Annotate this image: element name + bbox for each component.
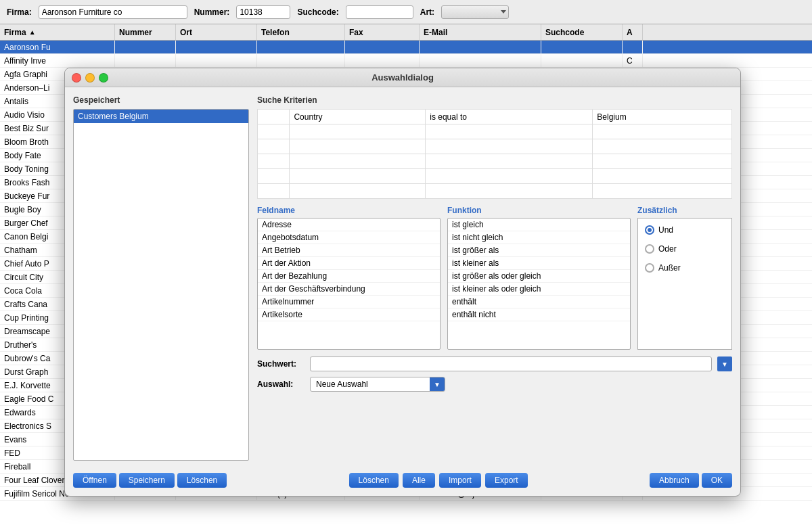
criteria-table: Countryis equal toBelgium	[257, 109, 732, 199]
criteria-cell-col1[interactable]	[258, 124, 290, 139]
export-button[interactable]: Export	[485, 473, 528, 488]
oeffnen-button[interactable]: Öffnen	[73, 473, 116, 488]
feldname-list-item[interactable]: Art der Bezahlung	[258, 270, 440, 283]
speichern-button[interactable]: Speichern	[119, 473, 175, 488]
funktion-list-item[interactable]: ist gleich	[448, 218, 630, 231]
criteria-row	[258, 169, 732, 184]
left-panel: Gespeichert Customers Belgium	[73, 95, 249, 461]
loeschen-left-button[interactable]: Löschen	[177, 473, 227, 488]
criteria-cell-col4[interactable]	[593, 124, 732, 139]
funktion-list-item[interactable]: ist kleiner als oder gleich	[448, 283, 630, 296]
loeschen-mid-button[interactable]: Löschen	[349, 473, 399, 488]
td-a: C	[623, 54, 643, 67]
alle-button[interactable]: Alle	[403, 473, 435, 488]
sort-arrow-firma: ▲	[29, 28, 36, 36]
criteria-row	[258, 124, 732, 139]
criteria-cell-col1[interactable]	[258, 169, 290, 184]
ok-button[interactable]: OK	[702, 473, 732, 488]
auswahl-select-btn[interactable]: ▼	[430, 377, 445, 392]
criteria-cell-col1[interactable]	[258, 139, 290, 154]
feldname-list-item[interactable]: Art Betrieb	[258, 244, 440, 257]
toolbar: Firma: Nummer: Suchcode: Art:	[0, 0, 812, 24]
feldname-list-item[interactable]: Art der Geschäftsverbindung	[258, 283, 440, 296]
th-nummer[interactable]: Nummer	[115, 24, 176, 40]
td-email	[420, 54, 541, 67]
nummer-input[interactable]	[236, 5, 290, 19]
suchwert-input[interactable]	[310, 356, 712, 371]
criteria-cell-col3[interactable]	[426, 124, 593, 139]
funktion-list-item[interactable]: ist größer als oder gleich	[448, 270, 630, 283]
td-firma: Aaronson Fu	[0, 41, 115, 53]
radio-ausser[interactable]	[645, 263, 654, 273]
criteria-cell-col2[interactable]	[290, 124, 426, 139]
radio-und-label: Und	[658, 225, 673, 235]
criteria-cell-col2[interactable]	[290, 184, 426, 199]
maximize-button[interactable]	[99, 73, 108, 83]
funktion-list-item[interactable]: ist kleiner als	[448, 257, 630, 270]
feldname-list-item[interactable]: Angebotsdatum	[258, 231, 440, 244]
th-ort[interactable]: Ort	[176, 24, 257, 40]
td-nummer	[115, 41, 176, 53]
criteria-cell-col3[interactable]	[426, 154, 593, 169]
auswahl-select-text: Neue Auswahl	[311, 380, 430, 389]
criteria-cell-col2[interactable]	[290, 154, 426, 169]
feldname-list-item[interactable]: Adresse	[258, 218, 440, 231]
td-ort	[176, 41, 257, 53]
td-fax	[345, 41, 420, 53]
th-fax[interactable]: Fax	[345, 24, 420, 40]
criteria-cell-col2[interactable]	[290, 139, 426, 154]
feldname-list: AdresseAngebotsdatumArt BetriebArt der A…	[257, 218, 441, 350]
auswahl-select[interactable]: Neue Auswahl ▼	[310, 377, 445, 392]
th-email[interactable]: E-Mail	[420, 24, 541, 40]
suchwert-dropdown-btn[interactable]: ▼	[717, 356, 732, 371]
th-firma[interactable]: Firma ▲	[0, 24, 115, 40]
radio-und-row[interactable]: Und	[645, 225, 725, 235]
criteria-cell-col4[interactable]	[593, 139, 732, 154]
feldname-list-item[interactable]: Artikelsorte	[258, 308, 440, 321]
criteria-row	[258, 154, 732, 169]
feldname-list-item[interactable]: Artikelnummer	[258, 296, 440, 308]
criteria-cell-col4[interactable]	[593, 154, 732, 169]
criteria-cell-col1[interactable]	[258, 154, 290, 169]
criteria-cell-col3[interactable]	[426, 139, 593, 154]
funktion-list-item[interactable]: enthält	[448, 296, 630, 308]
th-a[interactable]: A	[623, 24, 643, 40]
saved-item-customers-belgium[interactable]: Customers Belgium	[74, 110, 248, 123]
table-row[interactable]: Aaronson Fu	[0, 41, 812, 54]
art-dropdown[interactable]	[441, 5, 509, 19]
extra-panel-inner: Und Oder Außer	[637, 218, 732, 350]
funktion-list-item[interactable]: ist größer als	[448, 244, 630, 257]
import-button[interactable]: Import	[439, 473, 481, 488]
th-suchcode[interactable]: Suchcode	[541, 24, 623, 40]
radio-und[interactable]	[645, 225, 654, 235]
right-panel: Suche Kriterien Countryis equal toBelgiu…	[257, 95, 732, 461]
dialog-overlay: Auswahldialog Gespeichert Customers Belg…	[64, 68, 741, 497]
criteria-cell-col2[interactable]	[290, 169, 426, 184]
suchcode-input[interactable]	[346, 5, 413, 19]
criteria-cell-col1[interactable]	[258, 184, 290, 199]
radio-ausser-row[interactable]: Außer	[645, 263, 725, 273]
close-button[interactable]	[72, 73, 81, 83]
nummer-label: Nummer:	[194, 7, 230, 17]
criteria-cell-col4[interactable]	[593, 169, 732, 184]
criteria-cell-col3[interactable]	[426, 184, 593, 199]
suchwert-label: Suchwert:	[257, 359, 304, 369]
auswahl-row: Auswahl: Neue Auswahl ▼	[257, 377, 732, 392]
table-row[interactable]: Affinity InveC	[0, 54, 812, 68]
criteria-cell-col4[interactable]	[593, 184, 732, 199]
radio-oder[interactable]	[645, 244, 654, 254]
radio-oder-label: Oder	[658, 244, 677, 254]
criteria-cell-col3[interactable]	[426, 169, 593, 184]
funktion-list-item[interactable]: enthält nicht	[448, 308, 630, 321]
table-header: Firma ▲ Nummer Ort Telefon Fax E-Mail Su…	[0, 24, 812, 41]
abbruch-button[interactable]: Abbruch	[650, 473, 699, 488]
radio-oder-row[interactable]: Oder	[645, 244, 725, 254]
firma-label: Firma:	[7, 7, 32, 17]
th-telefon[interactable]: Telefon	[257, 24, 345, 40]
feldname-list-item[interactable]: Art der Aktion	[258, 257, 440, 270]
funktion-list: ist gleichist nicht gleichist größer als…	[447, 218, 631, 350]
minimize-button[interactable]	[85, 73, 95, 83]
td-fax	[345, 54, 420, 67]
firma-input[interactable]	[39, 5, 187, 19]
funktion-list-item[interactable]: ist nicht gleich	[448, 231, 630, 244]
